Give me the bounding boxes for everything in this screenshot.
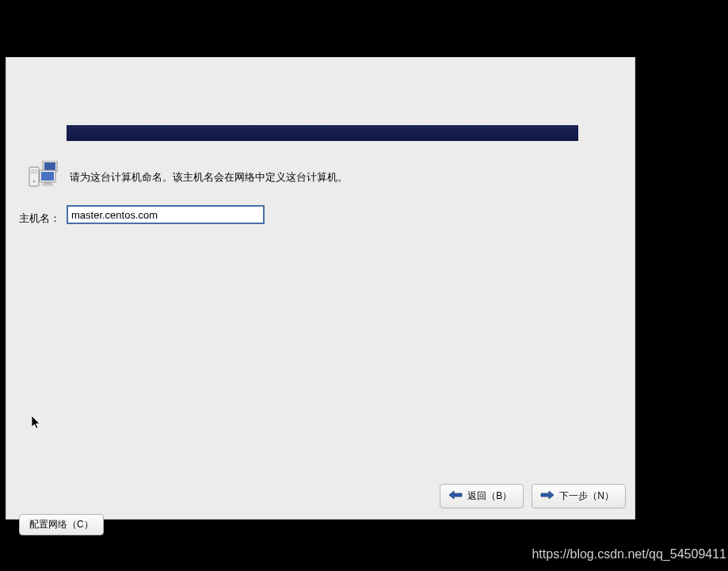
svg-point-7 [33,181,36,183]
header-banner [67,125,578,141]
next-button[interactable]: 下一步（N） [532,484,626,508]
configure-network-button[interactable]: 配置网络（C） [19,514,104,535]
svg-rect-11 [43,184,52,185]
svg-rect-6 [31,172,37,173]
svg-rect-10 [45,182,50,184]
installer-panel: 请为这台计算机命名。该主机名会在网络中定义这台计算机。 主机名： 配置网络（C）… [6,57,635,520]
computer-network-icon [27,161,62,188]
configure-network-label: 配置网络（C） [29,519,93,530]
back-button-label: 返回（B） [467,489,512,503]
mouse-cursor-icon [32,416,41,432]
nav-buttons-container: 返回（B） 下一步（N） [440,484,626,508]
next-button-label: 下一步（N） [559,489,614,503]
instruction-text: 请为这台计算机命名。该主机名会在网络中定义这台计算机。 [70,170,348,185]
hostname-label: 主机名： [19,211,60,226]
svg-rect-5 [31,169,37,171]
arrow-left-icon [448,490,463,502]
hostname-input[interactable] [67,205,265,224]
back-button[interactable]: 返回（B） [440,484,524,508]
svg-rect-1 [44,162,55,170]
arrow-right-icon [540,490,555,502]
svg-rect-9 [41,172,54,181]
watermark-text: https://blog.csdn.net/qq_54509411 [532,547,726,561]
